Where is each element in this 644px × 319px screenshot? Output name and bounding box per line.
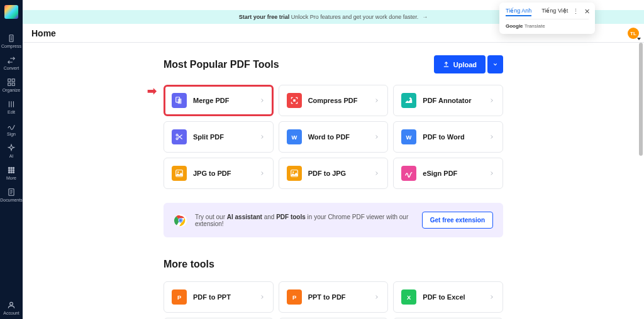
svg-text:W: W — [406, 134, 412, 141]
svg-point-6 — [11, 167, 12, 168]
page-title: Home — [31, 28, 56, 38]
tool-card-compress-pdf[interactable]: Compress PDF — [279, 85, 389, 116]
translate-provider: Google Translate — [506, 23, 589, 29]
svg-rect-1 — [8, 79, 11, 82]
svg-point-8 — [8, 170, 9, 171]
svg-rect-17 — [178, 99, 182, 104]
tool-card-jpg-to-pdf[interactable]: JPG to PDF — [164, 158, 274, 189]
svg-text:P: P — [177, 295, 181, 301]
more-icon — [7, 166, 16, 175]
svg-point-7 — [13, 167, 14, 168]
ai-icon — [7, 144, 16, 153]
tool-card-ppt-to-pdf[interactable]: PPPT to PDF — [279, 281, 389, 313]
banner-bold: Start your free trial — [239, 14, 290, 20]
tool-label: eSign PDF — [423, 170, 482, 177]
sidebar-account-label: Account — [3, 311, 19, 315]
tool-card-esign-pdf[interactable]: eSign PDF — [393, 158, 503, 189]
tool-card-word-to-pdf[interactable]: WWord to PDF — [279, 121, 389, 153]
chevron-right-icon — [374, 168, 380, 179]
sidebar-item-documents[interactable]: Documents — [0, 184, 22, 206]
word-icon: W — [287, 129, 302, 144]
svg-point-10 — [13, 170, 14, 171]
chevron-right-icon — [489, 291, 495, 303]
scrollbar[interactable] — [639, 43, 643, 156]
svg-point-26 — [292, 171, 294, 173]
tool-card-pdf-to-ppt[interactable]: PPDF to PPT — [164, 281, 274, 313]
ppt-icon: P — [287, 289, 302, 305]
tool-label: PPT to PDF — [308, 293, 368, 301]
chevron-right-icon — [489, 131, 495, 143]
sidebar: CompressConvertOrganizeEditSignAIMoreDoc… — [0, 0, 23, 319]
avatar[interactable]: TL — [628, 28, 639, 39]
svg-rect-4 — [12, 83, 14, 85]
sign-icon — [401, 166, 416, 181]
excel-icon: X — [401, 289, 416, 305]
convert-icon — [7, 56, 16, 65]
svg-point-13 — [13, 171, 14, 173]
svg-point-5 — [8, 167, 9, 168]
word-icon: W — [401, 129, 416, 144]
chevron-right-icon — [259, 131, 265, 143]
tool-card-split-pdf[interactable]: Split PDF — [164, 121, 274, 153]
tool-label: PDF to Excel — [423, 293, 482, 301]
tool-card-pdf-to-word[interactable]: WPDF to Word — [393, 121, 503, 153]
translate-tab-english[interactable]: Tiếng Anh — [506, 8, 531, 16]
sidebar-item-convert[interactable]: Convert — [0, 52, 22, 74]
tool-label: Compress PDF — [308, 97, 368, 104]
tool-card-merge-pdf[interactable]: Merge PDF — [164, 85, 274, 116]
translate-tab-vietnamese[interactable]: Tiếng Việt — [541, 8, 568, 16]
tool-card-pdf-to-excel[interactable]: XPDF to Excel — [393, 281, 503, 313]
compress-icon — [7, 34, 16, 43]
svg-rect-3 — [8, 83, 11, 85]
extension-banner: Try out our AI assistant and PDF tools i… — [164, 203, 503, 237]
svg-point-24 — [177, 171, 179, 173]
image-icon — [287, 166, 302, 181]
merge-icon — [172, 93, 187, 108]
sidebar-item-compress[interactable]: Compress — [0, 30, 22, 52]
ppt-icon: P — [172, 289, 187, 305]
chevron-right-icon — [259, 95, 265, 106]
chevron-right-icon — [374, 95, 380, 106]
extension-text: Try out our AI assistant and PDF tools i… — [195, 214, 414, 227]
sidebar-item-ai[interactable]: AI — [0, 140, 22, 162]
sidebar-item-organize[interactable]: Organize — [0, 74, 22, 96]
translate-widget: ⋮ ✕ Tiếng Anh Tiếng Việt Google Translat… — [499, 3, 595, 34]
kebab-icon[interactable]: ⋮ — [572, 8, 579, 16]
sidebar-item-more[interactable]: More — [0, 162, 22, 184]
chrome-icon — [174, 214, 187, 227]
get-extension-button[interactable]: Get free extension — [422, 212, 493, 229]
svg-point-12 — [11, 171, 12, 173]
sidebar-item-sign[interactable]: Sign — [0, 118, 22, 140]
documents-icon — [7, 188, 16, 197]
sidebar-item-edit[interactable]: Edit — [0, 96, 22, 118]
logo[interactable] — [4, 5, 18, 19]
close-icon[interactable]: ✕ — [584, 8, 590, 16]
chevron-right-icon — [489, 95, 495, 106]
chevron-right-icon — [374, 131, 380, 143]
edit-icon — [7, 100, 16, 109]
section-more-title: More tools — [164, 259, 214, 270]
sidebar-item-account[interactable]: Account — [0, 297, 23, 319]
svg-point-11 — [8, 171, 9, 173]
tool-label: PDF Annotator — [423, 97, 482, 104]
section-popular-title: Most Popular PDF Tools — [164, 59, 279, 70]
tool-label: PDF to JPG — [308, 170, 368, 177]
tool-label: PDF to Word — [423, 133, 482, 141]
upload-button[interactable]: Upload — [434, 55, 486, 73]
organize-icon — [7, 78, 16, 87]
banner-text: Unlock Pro features and get your work do… — [291, 14, 419, 20]
svg-point-15 — [10, 302, 13, 305]
arrow-right-icon: → — [422, 14, 428, 20]
annotate-icon — [401, 93, 416, 108]
upload-dropdown-button[interactable] — [487, 55, 503, 73]
chevron-right-icon — [259, 168, 265, 179]
tool-card-pdf-annotator[interactable]: PDF Annotator — [393, 85, 503, 116]
image-icon — [172, 166, 187, 181]
chevron-right-icon — [374, 291, 380, 303]
main-content: ➡ Most Popular PDF Tools Upload Merge PD… — [23, 43, 644, 319]
svg-text:X: X — [407, 295, 411, 301]
tool-card-pdf-to-jpg[interactable]: PDF to JPG — [279, 158, 389, 189]
pointer-arrow-icon: ➡ — [147, 84, 157, 98]
svg-rect-18 — [293, 99, 296, 102]
svg-text:P: P — [292, 295, 296, 301]
